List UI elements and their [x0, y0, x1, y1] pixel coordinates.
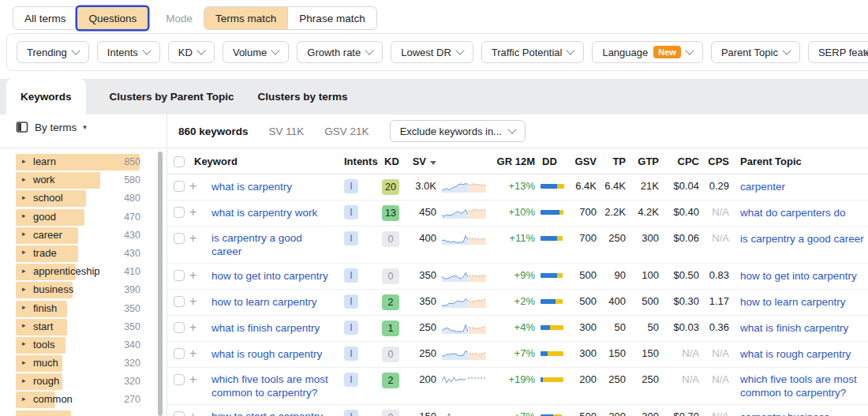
column-header-cpc[interactable]: CPC	[660, 156, 699, 167]
intent-badge[interactable]: I	[344, 231, 358, 245]
scope-all-terms[interactable]: All terms	[13, 7, 77, 29]
tab-clusters-by-terms[interactable]: Clusters by terms	[258, 91, 348, 103]
sidebar-term-business[interactable]: ▸business390	[0, 281, 156, 299]
tab-clusters-by-parent-topic[interactable]: Clusters by Parent Topic	[110, 91, 234, 103]
intent-badge[interactable]: I	[344, 294, 358, 309]
sidebar-term-school[interactable]: ▸school480	[0, 189, 156, 208]
add-keyword-icon[interactable]: +	[189, 232, 202, 245]
row-checkbox[interactable]	[174, 348, 185, 359]
row-checkbox[interactable]	[174, 374, 185, 385]
parent-topic-link[interactable]: how to learn carpentry	[740, 295, 846, 309]
row-checkbox[interactable]	[174, 270, 185, 281]
column-header-parent[interactable]: Parent Topic	[731, 156, 868, 167]
keyword-link[interactable]: how to learn carpentry	[211, 295, 317, 309]
column-header-tp[interactable]: TP	[597, 156, 627, 167]
expand-arrow-icon[interactable]: ▸	[22, 267, 26, 275]
filter-trending[interactable]: Trending	[17, 41, 89, 63]
filter-traffic-potential[interactable]: Traffic Potential	[481, 41, 585, 63]
keyword-link[interactable]: how to get into carpentry	[211, 269, 328, 283]
column-header-dd[interactable]: DD	[537, 156, 573, 167]
parent-topic-link[interactable]: is carpentry a good career	[740, 232, 864, 245]
column-header-cps[interactable]: CPS	[699, 156, 731, 167]
parent-topic-link[interactable]: how to get into carpentry	[740, 269, 857, 283]
row-checkbox[interactable]	[174, 207, 185, 218]
expand-arrow-icon[interactable]: ▸	[22, 339, 26, 347]
intent-badge[interactable]: I	[344, 373, 358, 387]
expand-arrow-icon[interactable]: ▸	[22, 321, 26, 329]
intent-badge[interactable]: I	[344, 179, 358, 193]
add-keyword-icon[interactable]: +	[189, 180, 202, 193]
exclude-keywords-button[interactable]: Exclude keywords in...	[390, 120, 526, 142]
sidebar-term-much[interactable]: ▸much320	[0, 354, 156, 373]
column-header-kd[interactable]: KD	[371, 156, 410, 167]
sidebar-term-learn[interactable]: ▸learn850	[0, 153, 156, 171]
add-keyword-icon[interactable]: +	[189, 321, 202, 334]
intent-badge[interactable]: I	[344, 410, 358, 416]
match-phrase-match[interactable]: Phrase match	[287, 7, 376, 29]
keyword-link[interactable]: how to start a carpentry business	[211, 410, 335, 416]
add-keyword-icon[interactable]: +	[189, 295, 202, 308]
more-filters-icon[interactable]	[865, 52, 868, 54]
parent-topic-link[interactable]: carpenter	[740, 180, 785, 193]
expand-arrow-icon[interactable]: ▸	[22, 377, 26, 384]
expand-arrow-icon[interactable]: ▸	[22, 230, 26, 238]
expand-arrow-icon[interactable]: ▸	[22, 175, 26, 183]
filter-lowest-dr[interactable]: Lowest DR	[391, 41, 473, 63]
column-header-gsv[interactable]: GSV	[573, 156, 597, 167]
column-header-gr[interactable]: GR 12M	[491, 156, 537, 167]
keyword-link[interactable]: what is finish carpentry	[211, 321, 320, 335]
parent-topic-link[interactable]: which five tools are most common to carp…	[740, 373, 868, 399]
sidebar-scrollbar[interactable]	[158, 152, 163, 416]
filter-intents[interactable]: Intents	[97, 41, 160, 63]
add-keyword-icon[interactable]: +	[189, 206, 202, 219]
column-header-gtp[interactable]: GTP	[627, 156, 660, 167]
parent-topic-link[interactable]: what do carpenters do	[740, 206, 846, 219]
parent-topic-link[interactable]: what is finish carpentry	[740, 321, 848, 335]
sidebar-term-start[interactable]: ▸start350	[0, 318, 156, 336]
parent-topic-link[interactable]: what is rough carpentry	[740, 347, 851, 361]
expand-arrow-icon[interactable]: ▸	[22, 212, 26, 219]
keyword-link[interactable]: what is rough carpentry	[211, 347, 322, 361]
sidebar-term-common[interactable]: ▸common270	[0, 391, 156, 409]
sidebar-term-good[interactable]: ▸good470	[0, 208, 156, 227]
keyword-link[interactable]: what is carpentry	[211, 180, 292, 193]
row-checkbox[interactable]	[174, 322, 185, 333]
match-terms-match[interactable]: Terms match	[204, 7, 287, 29]
sidebar-term-apprenticeship[interactable]: ▸apprenticeship410	[0, 263, 156, 281]
filter-volume[interactable]: Volume	[223, 41, 289, 63]
column-header-keyword[interactable]: Keyword	[185, 156, 335, 167]
column-header-intents[interactable]: Intents	[335, 156, 371, 167]
add-keyword-icon[interactable]: +	[189, 373, 202, 386]
filter-parent-topic[interactable]: Parent Topic	[711, 41, 800, 63]
add-keyword-icon[interactable]: +	[189, 347, 202, 360]
sidebar-term-work[interactable]: ▸work580	[0, 171, 156, 189]
keyword-link[interactable]: which five tools are most common to carp…	[211, 373, 335, 399]
expand-arrow-icon[interactable]: ▸	[22, 395, 26, 403]
filter-growth-rate[interactable]: Growth rate	[297, 41, 383, 63]
intent-badge[interactable]: I	[344, 320, 358, 335]
filter-language[interactable]: LanguageNew	[592, 41, 702, 63]
expand-arrow-icon[interactable]: ▸	[22, 157, 26, 165]
sidebar-term-career[interactable]: ▸career430	[0, 227, 156, 245]
row-checkbox[interactable]	[174, 411, 185, 416]
expand-arrow-icon[interactable]: ▸	[22, 193, 26, 201]
row-checkbox[interactable]	[174, 181, 185, 192]
view-switch[interactable]: By terms ▾	[16, 121, 87, 133]
tab-keywords[interactable]: Keywords	[6, 79, 86, 114]
sidebar-term-rough[interactable]: ▸rough320	[0, 373, 156, 391]
add-keyword-icon[interactable]: +	[189, 269, 202, 282]
intent-badge[interactable]: I	[344, 268, 358, 283]
intent-badge[interactable]: I	[344, 347, 358, 361]
add-keyword-icon[interactable]: +	[189, 410, 202, 416]
keyword-link[interactable]: is carpentry a good career	[211, 231, 335, 258]
column-header-sv[interactable]: SV	[410, 156, 439, 167]
filter-serp-features[interactable]: SERP features	[808, 41, 868, 63]
intent-badge[interactable]: I	[344, 205, 358, 219]
row-checkbox[interactable]	[174, 233, 185, 244]
expand-arrow-icon[interactable]: ▸	[22, 248, 26, 256]
scope-questions[interactable]: Questions	[77, 7, 148, 29]
keyword-link[interactable]: what is carpentry work	[211, 206, 317, 219]
sidebar-term-tools[interactable]: ▸tools340	[0, 336, 156, 354]
select-all-checkbox[interactable]	[174, 156, 185, 167]
parent-topic-link[interactable]: carpentry business	[740, 410, 829, 416]
